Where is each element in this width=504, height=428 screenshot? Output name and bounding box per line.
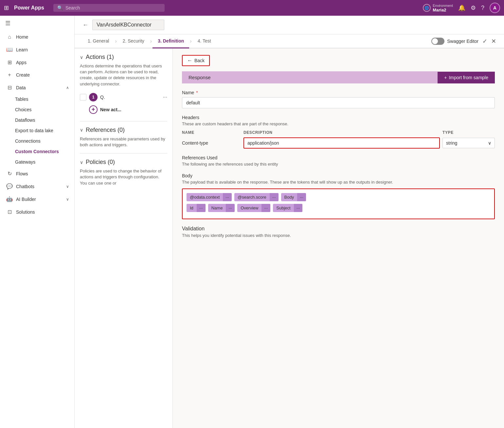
token-overview-more[interactable]: ··· [261,204,270,212]
new-action-plus-icon: + [89,105,98,114]
token-name-more[interactable]: ··· [226,204,235,212]
actions-section-header[interactable]: ∨ Actions (1) [80,54,167,61]
refs-used-title: References Used [182,155,495,160]
toggle-switch[interactable] [431,38,444,45]
chatbots-icon: 💬 [6,183,13,189]
settings-icon[interactable]: ⚙ [471,4,476,11]
token-odata-context[interactable]: @odata.context ··· [187,193,232,201]
environment-selector[interactable]: 🌐 Environment Maria2 [423,4,453,12]
token-subject-label: Subject [273,204,294,212]
token-odata-context-more[interactable]: ··· [223,193,232,201]
tab-test-label: 4. Test [198,38,211,44]
back-button[interactable]: ← Back [182,55,210,66]
token-name[interactable]: Name ··· [208,204,235,212]
actions-description: Actions determine the operations that us… [80,63,167,87]
search-bar[interactable]: 🔍 [53,4,165,12]
sidebar-item-home[interactable]: ⌂ Home [0,31,74,43]
sidebar-item-tables[interactable]: Tables [0,94,74,104]
action-checkbox[interactable] [80,94,86,100]
sidebar-toggle[interactable]: ☰ [0,16,74,31]
tab-test[interactable]: 4. Test [192,34,216,48]
close-button[interactable]: ✕ [491,38,496,45]
policies-section-header[interactable]: ∨ Policies (0) [80,159,167,166]
avatar[interactable]: A [490,3,500,13]
type-select[interactable]: string ∨ [442,138,495,148]
sidebar-item-apps[interactable]: ⊞ Apps [0,56,74,69]
tab-separator-3: › [189,38,192,44]
search-icon: 🔍 [57,5,63,10]
sidebar-item-create[interactable]: + Create [0,69,74,81]
response-label: Response [182,71,438,83]
sidebar-item-label: Create [16,72,30,78]
sidebar-item-dataflows[interactable]: Dataflows [0,115,74,125]
action-more-button[interactable]: ··· [163,94,167,100]
tab-security[interactable]: 2. Security [117,34,150,48]
token-overview[interactable]: Overview ··· [237,204,270,212]
content-type-value-input[interactable] [243,137,440,149]
token-search-score[interactable]: @search.score ··· [234,193,278,201]
environment-info: Environment Maria2 [433,4,453,12]
environment-icon: 🌐 [423,4,431,12]
references-section-header[interactable]: ∨ References (0) [80,127,167,134]
save-check-button[interactable]: ✓ [482,38,487,45]
divider-1 [80,121,167,121]
right-panel: ← Back Response + Import from sample Nam… [173,48,504,428]
sidebar-item-ai-builder[interactable]: 🤖 AI Builder ∨ [0,193,74,205]
sidebar: ☰ ⌂ Home 📖 Learn ⊞ Apps + Create ⊟ Data … [0,16,75,428]
tab-general[interactable]: 1. General [82,34,114,48]
header-row-content-type: Content-type string ∨ [182,137,495,149]
sidebar-item-choices[interactable]: Choices [0,104,74,115]
new-action-button[interactable]: + New act... [89,103,167,116]
notifications-icon[interactable]: 🔔 [458,4,465,11]
sidebar-item-custom-connectors[interactable]: Custom Connectors [0,146,74,157]
sidebar-item-label: Learn [16,47,28,52]
sidebar-item-label: Apps [16,60,27,65]
sidebar-item-learn[interactable]: 📖 Learn [0,43,74,56]
apps-icon: ⊞ [6,59,13,65]
token-overview-label: Overview [237,204,261,212]
grid-icon[interactable]: ⊞ [4,4,9,11]
token-subject[interactable]: Subject ··· [273,204,302,212]
name-input[interactable] [182,97,495,108]
response-bar: Response + Import from sample [182,71,495,83]
create-icon: + [6,72,13,78]
token-id-label: Id [187,204,197,212]
actions-title: Actions (1) [86,54,114,61]
token-body[interactable]: Body ··· [281,193,306,201]
topbar-right: 🌐 Environment Maria2 🔔 ⚙ ? A [423,3,500,13]
solutions-icon: ⊡ [6,209,13,215]
references-chevron-icon: ∨ [80,127,83,133]
action-badge: 1 [89,93,98,101]
sidebar-item-chatbots[interactable]: 💬 Chatbots ∨ [0,180,74,193]
app-logo: Power Apps [14,5,44,11]
tab-definition[interactable]: 3. Definition [153,34,189,48]
name-label: Name * [182,90,495,95]
sidebar-item-data[interactable]: ⊟ Data ∧ [0,81,74,94]
token-search-score-more[interactable]: ··· [270,193,279,201]
required-indicator: * [196,90,198,95]
swagger-editor-label: Swagger Editor [447,39,478,44]
token-id-more[interactable]: ··· [197,204,206,212]
token-id[interactable]: Id ··· [187,204,206,212]
connector-back-button[interactable]: ← [82,22,88,28]
sidebar-item-label: Flows [16,171,28,176]
sidebar-item-solutions[interactable]: ⊡ Solutions [0,205,74,218]
headers-section: Headers These are custom headers that ar… [182,115,495,149]
action-letter[interactable]: Q. [100,95,105,100]
sidebar-item-export[interactable]: Export to data lake [0,125,74,136]
token-subject-more[interactable]: ··· [294,204,303,212]
import-from-sample-button[interactable]: + Import from sample [438,72,495,83]
tab-separator-1: › [114,38,117,44]
sidebar-item-flows[interactable]: ↻ Flows [0,167,74,180]
sidebar-item-gateways[interactable]: Gateways [0,157,74,167]
environment-label: Environment [433,4,453,8]
token-body-more[interactable]: ··· [297,193,306,201]
tab-security-label: 2. Security [123,38,144,44]
connector-name[interactable]: VanArsdelKBConnector [92,20,164,30]
validation-title: Validation [182,226,495,232]
import-button-label: Import from sample [449,75,488,80]
search-input[interactable] [65,5,161,10]
sidebar-item-connections[interactable]: Connections [0,136,74,146]
swagger-editor-toggle[interactable]: Swagger Editor [431,38,478,45]
help-icon[interactable]: ? [481,5,484,11]
